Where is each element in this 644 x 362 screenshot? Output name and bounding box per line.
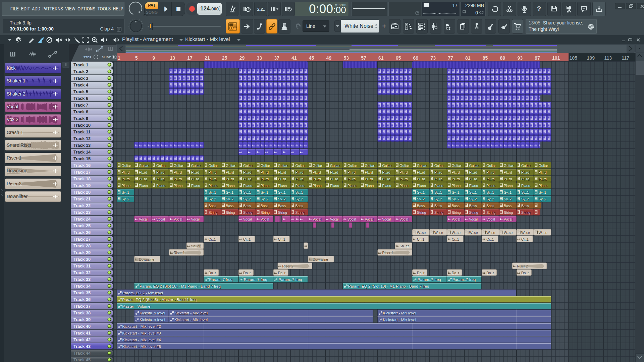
svg-text:W..se: W..se	[434, 231, 443, 235]
svg-text:Sy..2: Sy..2	[504, 197, 512, 201]
svg-text:Cr..1: Cr..1	[417, 237, 424, 241]
svg-text:Track 16: Track 16	[73, 163, 91, 168]
svg-text:String: String	[226, 210, 235, 215]
svg-text:109: 109	[587, 55, 595, 61]
svg-text:Param..7 freq: Param..7 freq	[452, 278, 476, 282]
svg-text:Track 20: Track 20	[73, 190, 91, 195]
svg-text:Piano: Piano	[313, 184, 322, 188]
svg-text:Pl..rd: Pl..rd	[313, 170, 321, 174]
svg-text:Track 9: Track 9	[73, 116, 88, 121]
svg-text:89: 89	[500, 55, 505, 61]
svg-text:Track 25: Track 25	[73, 223, 91, 228]
svg-text:Pl..rd: Pl..rd	[330, 177, 338, 181]
svg-text:41: 41	[291, 55, 297, 61]
svg-text:String: String	[469, 210, 478, 215]
svg-text:Sy..1: Sy..1	[469, 190, 477, 194]
svg-text:Sy..1: Sy..1	[539, 190, 546, 194]
svg-text:Track 21: Track 21	[73, 196, 91, 201]
svg-text:Track 33: Track 33	[73, 277, 91, 282]
svg-text:Sy..1: Sy..1	[452, 190, 460, 194]
svg-text:Pl..rd: Pl..rd	[174, 177, 182, 181]
svg-text:Bass: Bass	[486, 204, 494, 208]
svg-text:Sy..2: Sy..2	[226, 197, 233, 201]
svg-text:Sy..1: Sy..1	[261, 190, 268, 194]
svg-text:Track 42: Track 42	[73, 337, 91, 342]
svg-text:Track 13: Track 13	[73, 143, 91, 148]
svg-text:W..se: W..se	[539, 231, 547, 235]
svg-text:Pl..rd: Pl..rd	[330, 170, 338, 174]
svg-text:W..se: W..se	[452, 231, 461, 235]
svg-text:Pl..rd: Pl..rd	[504, 177, 512, 181]
svg-text:Track 29: Track 29	[73, 250, 91, 255]
svg-text:Track 24: Track 24	[73, 217, 91, 222]
svg-text:29: 29	[239, 55, 245, 61]
svg-text:Downsine: Downsine	[7, 168, 28, 173]
svg-text:65: 65	[396, 55, 401, 61]
svg-text:String: String	[486, 210, 495, 215]
svg-text:33: 33	[257, 55, 262, 61]
svg-text:Bass: Bass	[434, 204, 442, 208]
svg-text:Kickstart - Mix level #5: Kickstart - Mix level #5	[122, 345, 161, 349]
svg-text:Track 38: Track 38	[73, 310, 91, 315]
svg-text:Vocal: Vocal	[243, 217, 252, 221]
svg-text:Track 10: Track 10	[73, 123, 91, 128]
svg-text:Guitar: Guitar	[504, 164, 514, 168]
svg-text:Track 44: Track 44	[73, 351, 91, 356]
svg-text:Guitar: Guitar	[278, 164, 288, 168]
svg-text:Snare Riser: Snare Riser	[7, 142, 32, 148]
svg-text:Bass: Bass	[452, 204, 460, 208]
svg-text:Guitar: Guitar	[399, 164, 409, 168]
svg-text:Sy..1: Sy..1	[417, 190, 425, 194]
svg-text:Sy..2: Sy..2	[122, 197, 129, 201]
svg-text:Piano: Piano	[209, 184, 218, 188]
svg-text:Piano: Piano	[434, 184, 443, 188]
svg-text:Track 26: Track 26	[73, 230, 91, 235]
svg-text:Piano: Piano	[365, 184, 374, 188]
svg-text:Shaker 1: Shaker 1	[7, 78, 25, 83]
svg-text:Guitar: Guitar	[226, 164, 235, 168]
svg-text:Track 40: Track 40	[73, 324, 91, 329]
svg-text:Track 30: Track 30	[73, 257, 91, 262]
svg-text:Sy..2: Sy..2	[278, 197, 286, 201]
svg-text:Pl..rd: Pl..rd	[417, 170, 425, 174]
svg-text:?: ?	[537, 5, 541, 12]
svg-text:Sy..2: Sy..2	[469, 197, 477, 201]
svg-text:Track 22: Track 22	[73, 203, 91, 208]
svg-text:Piano: Piano	[139, 184, 148, 188]
svg-text:Downlifter: Downlifter	[7, 194, 28, 199]
svg-text:Pl..rd: Pl..rd	[365, 177, 373, 181]
svg-text:Vocal: Vocal	[313, 217, 321, 221]
svg-text:Kickstart - Mix level: Kickstart - Mix level	[383, 318, 416, 322]
svg-text:Sy..1: Sy..1	[226, 190, 233, 194]
svg-text:Sy..2: Sy..2	[261, 197, 268, 201]
svg-text:Cr..1: Cr..1	[278, 237, 285, 241]
svg-text:Guitar: Guitar	[417, 164, 427, 168]
svg-text:Kickstart - Mix level #3: Kickstart - Mix level #3	[122, 331, 161, 335]
svg-text:Pl..rd: Pl..rd	[191, 177, 199, 181]
svg-text:Pl..rd: Pl..rd	[156, 170, 164, 174]
svg-text:STEP: STEP	[83, 56, 92, 59]
svg-text:Vocal: Vocal	[486, 217, 495, 221]
svg-text:Vocal: Vocal	[452, 217, 460, 221]
svg-text:Piano: Piano	[486, 184, 495, 188]
svg-text:Pl..rd: Pl..rd	[486, 177, 494, 181]
svg-text:Track 14: Track 14	[73, 149, 91, 155]
svg-text:Track 45: Track 45	[73, 357, 91, 362]
svg-text:W..se: W..se	[486, 231, 495, 235]
svg-text:Guitar: Guitar	[156, 164, 166, 168]
svg-text:Pl..rd: Pl..rd	[296, 170, 304, 174]
svg-text:Sy..1: Sy..1	[504, 190, 512, 194]
svg-text:Pl..rd: Pl..rd	[226, 177, 234, 181]
svg-text:Sy..2: Sy..2	[452, 197, 460, 201]
svg-text:Pl..rd: Pl..rd	[139, 177, 147, 181]
svg-text:Track 2: Track 2	[73, 69, 88, 74]
svg-text:Cr..1: Cr..1	[486, 237, 494, 241]
svg-text:Param..7 freq: Param..7 freq	[244, 278, 267, 282]
svg-text:93: 93	[517, 55, 523, 61]
svg-text:Piano: Piano	[417, 184, 426, 188]
svg-text:Guitar: Guitar	[330, 164, 340, 168]
svg-text:Pl..rd: Pl..rd	[261, 177, 269, 181]
svg-text:Pl..rd: Pl..rd	[139, 170, 147, 174]
svg-text:String: String	[452, 210, 461, 215]
svg-text:Pl..rd: Pl..rd	[504, 170, 512, 174]
